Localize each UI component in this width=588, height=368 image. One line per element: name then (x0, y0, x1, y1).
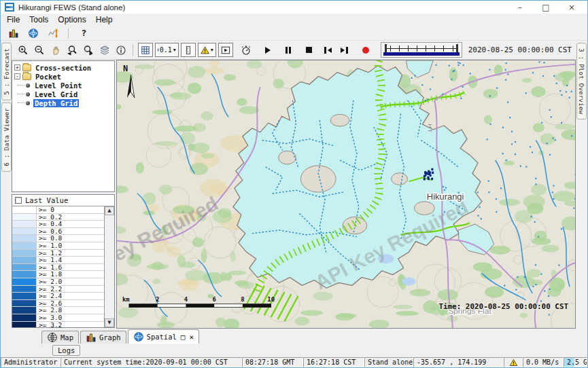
chevron-down-icon: ▾ (173, 48, 176, 53)
last-value-checkbox[interactable] (15, 197, 22, 204)
pan-button[interactable] (48, 43, 63, 57)
menu-options[interactable]: Options (54, 15, 92, 24)
info-button[interactable] (114, 43, 128, 57)
timeline-tick (434, 45, 435, 52)
tree-item-depth-grid[interactable]: Depth Grid (13, 98, 114, 107)
warning-icon (201, 45, 209, 56)
bar-chart-icon (86, 332, 97, 343)
side-tab-5-forecast[interactable]: 5 : Forecast (1, 43, 12, 100)
animation-timer-button[interactable] (239, 43, 254, 57)
map-view[interactable]: API Key Required API Key Required 1 H Hi… (116, 60, 576, 329)
toolbar-separator (133, 44, 133, 56)
grid-display-button[interactable] (138, 43, 153, 57)
left-tab-strip: 5 : Forecast6 : Data Viewer (1, 41, 12, 357)
legend-label: >= 3.0 (37, 314, 104, 322)
tab-map[interactable]: Map (41, 331, 79, 344)
menu-tools[interactable]: Tools (26, 15, 54, 24)
legend-rows: >= 0>= 0.2>= 0.4>= 0.6>= 0.8>= 1.0>= 1.2… (12, 206, 105, 327)
folder-icon (22, 73, 31, 80)
map-display-button[interactable] (26, 26, 40, 40)
legend-row[interactable]: >= 1.0 (12, 242, 104, 250)
tree-item-level-point[interactable]: Level Point (13, 81, 114, 90)
play-button[interactable] (261, 43, 275, 57)
ruler-icon (184, 45, 193, 56)
timeline-tick (390, 45, 391, 52)
grid-icon (141, 45, 150, 56)
tree-connector (18, 85, 24, 86)
database-display-button[interactable] (6, 26, 20, 40)
pan-hand-icon (50, 45, 61, 56)
record-button[interactable] (359, 43, 373, 57)
status-memory: 2.5 GB (564, 357, 587, 367)
stop-button[interactable] (302, 43, 316, 57)
tab-close-button[interactable]: ✕ (188, 333, 194, 342)
tree-item-cross-section[interactable]: +Cross-section (13, 63, 114, 72)
logs-row: Logs (12, 344, 576, 357)
zoom-in-button[interactable] (16, 43, 30, 57)
legend-row[interactable]: >= 2.0 (12, 278, 104, 286)
tab-float-button[interactable]: □ (179, 333, 186, 342)
layer-tree: +Cross-section-PocketLevel PointLevel Gr… (12, 60, 115, 192)
map-canvas: API Key Required API Key Required 1 H Hi… (117, 60, 575, 328)
minimize-button[interactable]: – (507, 1, 533, 14)
legend-label: >= 3.2 (37, 322, 104, 328)
animation-window-button[interactable] (218, 43, 233, 57)
left-panel: +Cross-section-PocketLevel PointLevel Gr… (12, 60, 116, 329)
scroll-up-icon[interactable]: ▲ (105, 206, 114, 215)
play-icon (265, 47, 271, 54)
tree-item-level-grid[interactable]: Level Grid (13, 90, 114, 98)
side-tab-3-plot-overview[interactable]: 3 : Plot Overview (576, 43, 587, 119)
menu-help[interactable]: Help (92, 15, 119, 24)
logs-button[interactable]: Logs (52, 345, 80, 356)
scale-ruler-button[interactable] (181, 43, 196, 57)
bullet-icon (26, 101, 30, 105)
status-warning-button[interactable] (504, 357, 523, 367)
step-back-button[interactable] (321, 43, 335, 57)
pause-icon (286, 47, 288, 54)
zoom-previous-button[interactable] (65, 43, 79, 57)
tab-graph[interactable]: Graph (80, 331, 126, 344)
warning-dropdown[interactable]: ▾ (198, 43, 216, 57)
side-tab-6-data-viewer[interactable]: 6 : Data Viewer (1, 103, 12, 172)
legend-scrollbar[interactable]: ▲ ▼ (105, 206, 114, 327)
step-forward-button[interactable] (337, 43, 351, 57)
help-button[interactable]: ? (77, 26, 91, 40)
svg-text:km: km (122, 296, 130, 303)
timeline-tick (399, 45, 400, 52)
contour-threshold-dropdown[interactable]: 0.1▾ (155, 43, 179, 57)
zoom-next-button[interactable] (81, 43, 95, 57)
scroll-down-icon[interactable]: ▼ (105, 318, 114, 327)
chevron-down-icon: ▾ (211, 48, 213, 53)
pause-button[interactable] (281, 43, 296, 57)
close-button[interactable]: × (559, 1, 585, 14)
tree-item-pocket[interactable]: -Pocket (13, 72, 114, 81)
maximize-button[interactable]: □ (533, 1, 559, 14)
tab-spatial[interactable]: Spatial□✕ (128, 329, 200, 344)
tree-expander[interactable]: + (14, 65, 20, 71)
tree-connector (18, 94, 24, 94)
zoom-previous-icon (67, 45, 77, 56)
timeseries-display-button[interactable] (46, 26, 60, 40)
legend-swatch (12, 278, 37, 286)
legend-row[interactable]: >= 0 (12, 206, 104, 214)
legend-row[interactable]: >= 3.2 (12, 322, 104, 328)
globe-icon (133, 331, 144, 342)
legend-swatch (12, 250, 37, 257)
timeline-tick (417, 45, 417, 52)
time-slider[interactable] (381, 42, 462, 58)
bottom-tab-bar: MapGraphSpatial□✕ (12, 329, 576, 344)
legend-row[interactable]: >= 3.0 (12, 314, 104, 322)
legend-swatch (12, 235, 37, 242)
timeline-range-bar (383, 52, 460, 56)
status-coordinates: -35.657 , 174.199 (413, 357, 504, 367)
layers-button[interactable] (97, 43, 111, 57)
menu-file[interactable]: File (3, 15, 26, 24)
legend-swatch (12, 286, 37, 293)
status-bar: Administrator Current system time:2020-0… (1, 357, 587, 367)
zoom-out-button[interactable] (32, 43, 46, 57)
status-speed: 0.0 MB/s (523, 357, 564, 367)
record-icon (362, 47, 369, 54)
tree-expander[interactable]: - (14, 73, 20, 79)
right-tab-strip: 3 : Plot Overview (576, 41, 587, 357)
timeline-tick (426, 45, 426, 52)
